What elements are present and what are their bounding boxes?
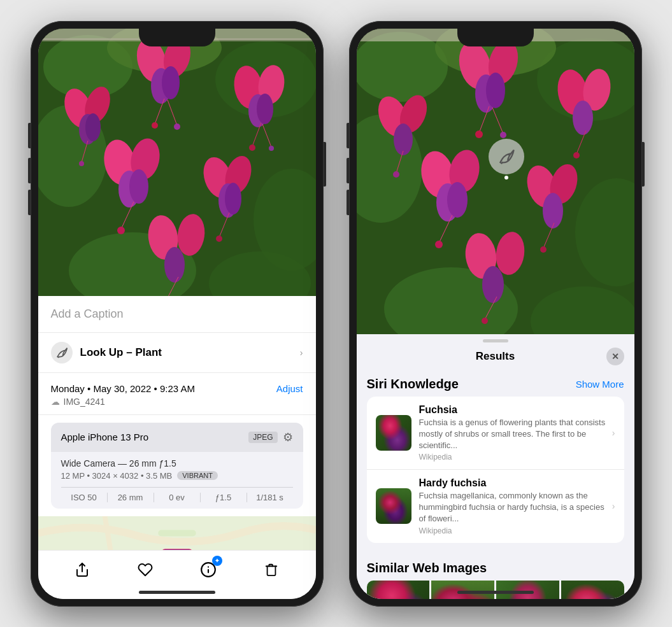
flower-svg-right	[357, 29, 634, 334]
results-panel: Results ✕ Siri Knowledge Show More	[357, 334, 634, 599]
device-name: Apple iPhone 13 Pro	[61, 432, 149, 442]
jpeg-badge: JPEG	[248, 432, 277, 443]
web-images-header: Similar Web Images	[367, 553, 624, 581]
visual-lookup-icon	[51, 342, 73, 363]
hardy-info: Hardy fuchsia Fuchsia magellanica, commo…	[419, 477, 607, 535]
flower-svg-left	[38, 29, 316, 296]
svg-point-58	[357, 32, 448, 102]
map-background	[38, 516, 316, 550]
leaf-icon-overlay	[497, 148, 515, 166]
exif-iso: ISO 50	[61, 493, 108, 502]
home-indicator	[139, 591, 215, 594]
photo-date: Monday • May 30, 2022 • 9:23 AM	[51, 383, 195, 394]
lookup-row[interactable]: Look Up – Plant ›	[38, 333, 316, 373]
delete-button[interactable]	[260, 558, 283, 581]
left-phone-screen: Add a Caption Look Up – Plant › Monda	[38, 29, 316, 599]
svg-point-25	[257, 94, 273, 124]
fuchsia-description: Fuchsia is a genus of flowering plants t…	[419, 417, 607, 452]
knowledge-card: Fuchsia Fuchsia is a genus of flowering …	[367, 397, 624, 543]
cloud-icon: ☁	[51, 397, 60, 407]
share-button[interactable]	[71, 558, 94, 581]
svg-point-71	[475, 130, 483, 138]
svg-point-80	[573, 101, 593, 135]
svg-point-39	[225, 183, 241, 215]
results-header: Results ✕	[357, 348, 634, 369]
siri-knowledge-header: Siri Knowledge Show More	[367, 369, 624, 397]
svg-point-75	[394, 123, 413, 155]
drag-handle[interactable]	[483, 339, 508, 342]
fuchsia-info: Fuchsia Fuchsia is a genus of flowering …	[419, 404, 607, 462]
flower-photo-right	[357, 29, 634, 334]
device-badges: JPEG ⚙	[248, 430, 292, 444]
web-image-4[interactable]	[561, 581, 624, 599]
lookup-label: Look Up – Plant	[80, 346, 162, 359]
device-section: Apple iPhone 13 Pro JPEG ⚙ Wide Camera —…	[51, 423, 303, 509]
date-row: Monday • May 30, 2022 • 9:23 AM Adjust	[51, 383, 303, 394]
hardy-thumbnail	[376, 488, 411, 524]
svg-point-35	[117, 227, 125, 234]
fuchsia-thumbnail	[376, 415, 411, 451]
svg-point-96	[482, 266, 504, 303]
fuchsia-name: Fuchsia	[419, 404, 607, 416]
svg-point-21	[79, 161, 84, 166]
exif-shutter: 1/181 s	[247, 493, 293, 502]
visual-lookup-dot	[504, 176, 508, 180]
lookup-chevron: ›	[300, 348, 303, 358]
siri-knowledge-title: Siri Knowledge	[367, 377, 459, 391]
hardy-name: Hardy fuchsia	[419, 477, 607, 489]
filename: IMG_4241	[64, 397, 105, 407]
svg-point-19	[85, 113, 101, 141]
fuchsia-source: Wikipedia	[419, 453, 607, 461]
visual-lookup-button[interactable]	[489, 139, 524, 174]
favorite-button[interactable]	[134, 558, 157, 581]
filename-row: ☁ IMG_4241	[51, 397, 303, 407]
list-item[interactable]: Fuchsia Fuchsia is a genus of flowering …	[367, 397, 624, 470]
settings-icon: ⚙	[283, 430, 293, 444]
info-button[interactable]: ✦	[197, 558, 220, 581]
show-more-button[interactable]: Show More	[576, 379, 624, 390]
web-images-title: Similar Web Images	[367, 561, 487, 575]
web-image-2[interactable]	[431, 581, 494, 599]
svg-point-91	[543, 193, 563, 229]
hardy-source: Wikipedia	[419, 526, 607, 535]
svg-point-33	[129, 169, 148, 204]
svg-point-72	[500, 132, 506, 138]
notch	[139, 29, 215, 46]
map-svg	[38, 516, 316, 550]
flower-photo-left	[38, 29, 316, 296]
svg-point-14	[152, 122, 158, 129]
svg-point-44	[164, 247, 185, 283]
device-header: Apple iPhone 13 Pro JPEG ⚙	[51, 423, 303, 452]
svg-point-28	[249, 144, 255, 151]
exif-ev: 0 ev	[154, 493, 201, 502]
svg-point-29	[269, 146, 274, 151]
close-button[interactable]: ✕	[606, 348, 624, 365]
photo-area-right	[357, 29, 634, 334]
web-images-grid[interactable]	[367, 581, 624, 599]
leaf-icon	[55, 346, 68, 359]
svg-point-88	[435, 241, 443, 248]
svg-point-11	[162, 66, 180, 99]
exif-aperture: ƒ1.5	[201, 493, 247, 502]
caption-area[interactable]: Add a Caption	[38, 296, 316, 333]
svg-rect-52	[162, 549, 192, 550]
svg-point-93	[540, 246, 547, 253]
svg-rect-50	[158, 530, 196, 536]
exif-focal: 26 mm	[108, 493, 154, 502]
metadata-section: Monday • May 30, 2022 • 9:23 AM Adjust ☁…	[38, 373, 316, 415]
results-content[interactable]: Siri Knowledge Show More Fuchsia Fuchsia…	[357, 369, 634, 599]
hardy-description: Fuchsia magellanica, commonly known as t…	[419, 490, 607, 525]
device-details: Wide Camera — 26 mm ƒ1.5 12 MP • 3024 × …	[51, 452, 303, 509]
right-phone: Results ✕ Siri Knowledge Show More	[349, 21, 642, 607]
results-title: Results	[476, 350, 515, 363]
web-image-1[interactable]	[367, 581, 430, 599]
adjust-button[interactable]: Adjust	[276, 383, 303, 394]
hardy-chevron: ›	[612, 501, 615, 511]
svg-point-41	[216, 236, 222, 242]
home-indicator-right	[457, 591, 534, 594]
camera-info: Wide Camera — 26 mm ƒ1.5	[61, 458, 293, 468]
web-image-3[interactable]	[496, 581, 559, 599]
list-item[interactable]: Hardy fuchsia Fuchsia magellanica, commo…	[367, 470, 624, 543]
svg-point-77	[393, 171, 399, 178]
svg-point-15	[174, 123, 180, 130]
